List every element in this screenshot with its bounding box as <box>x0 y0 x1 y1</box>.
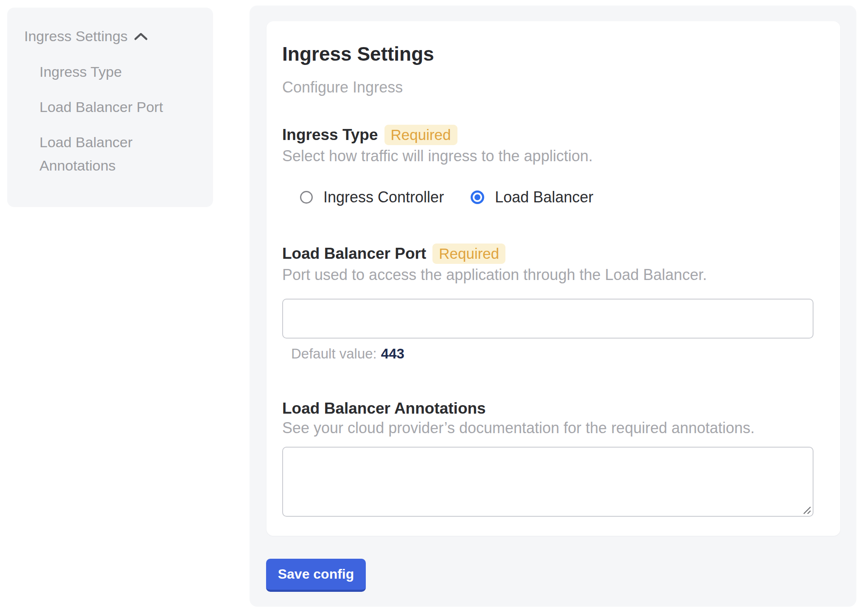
required-badge: Required <box>384 125 457 145</box>
page-title: Ingress Settings <box>282 44 814 64</box>
radio-load-balancer[interactable]: Load Balancer <box>471 188 593 206</box>
required-badge: Required <box>432 244 505 264</box>
sidebar-item-ingress-type[interactable]: Ingress Type <box>39 60 196 84</box>
sidebar-item-load-balancer-port[interactable]: Load Balancer Port <box>39 95 196 119</box>
section-load-balancer-annotations: Load Balancer Annotations See your cloud… <box>282 400 814 517</box>
sidebar-item-load-balancer-annotations[interactable]: Load Balancer Annotations <box>39 131 196 177</box>
ingress-type-description: Select how traffic will ingress to the a… <box>282 148 814 164</box>
load-balancer-annotations-label: Load Balancer Annotations <box>282 400 486 417</box>
load-balancer-port-label: Load Balancer Port <box>282 245 426 262</box>
section-head: Load Balancer Annotations <box>282 400 814 417</box>
load-balancer-port-input[interactable] <box>282 299 814 339</box>
radio-label: Ingress Controller <box>323 188 444 206</box>
sidebar-section-ingress-settings[interactable]: Ingress Settings <box>24 29 196 43</box>
config-sidebar: Ingress Settings Ingress Type Load Balan… <box>7 8 213 207</box>
radio-icon[interactable] <box>300 191 313 204</box>
resize-handle-icon[interactable] <box>800 504 811 515</box>
chevron-up-icon <box>134 32 148 41</box>
ingress-settings-card: Ingress Settings Configure Ingress Ingre… <box>266 21 840 536</box>
page-subtitle: Configure Ingress <box>282 79 814 95</box>
section-load-balancer-port: Load Balancer Port Required Port used to… <box>282 244 814 362</box>
ingress-type-label: Ingress Type <box>282 126 378 143</box>
default-value-row: Default value:443 <box>291 346 814 362</box>
radio-icon[interactable] <box>471 190 484 204</box>
page: Ingress Settings Ingress Type Load Balan… <box>0 0 864 616</box>
ingress-type-radio-group: Ingress Controller Load Balancer <box>300 190 814 204</box>
textarea-wrap <box>282 447 814 517</box>
section-head: Ingress Type Required <box>282 125 814 145</box>
radio-ingress-controller[interactable]: Ingress Controller <box>300 188 444 206</box>
load-balancer-annotations-description: See your cloud provider’s documentation … <box>282 420 814 436</box>
section-head: Load Balancer Port Required <box>282 244 814 264</box>
load-balancer-annotations-textarea[interactable] <box>282 447 814 517</box>
main-panel: Ingress Settings Configure Ingress Ingre… <box>250 6 856 607</box>
default-value-label: Default value: <box>291 346 377 361</box>
default-value: 443 <box>381 346 404 361</box>
save-config-button[interactable]: Save config <box>266 559 366 592</box>
radio-label: Load Balancer <box>495 188 593 206</box>
section-ingress-type: Ingress Type Required Select how traffic… <box>282 125 814 164</box>
sidebar-section-label: Ingress Settings <box>24 29 128 43</box>
sidebar-items: Ingress Type Load Balancer Port Load Bal… <box>39 60 196 177</box>
load-balancer-port-description: Port used to access the application thro… <box>282 267 814 283</box>
